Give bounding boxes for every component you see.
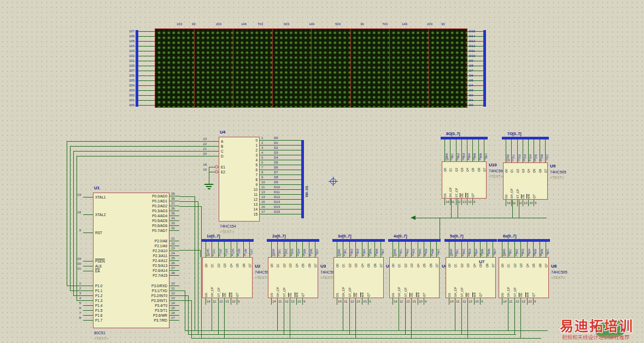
pin-name: XTAL2 [95,212,127,218]
display-column-net-label: 146 [402,22,414,27]
wire-arrow-icon [411,216,415,220]
wire [517,200,518,206]
pin-number: 7 [315,253,321,258]
pin-number: 6 [487,253,493,258]
pin-name: Q0 [336,259,339,268]
pin-name: MR [526,282,530,297]
pin-name: P2.7/A15 [136,273,167,278]
wire [77,156,219,156]
pin-number: 1 [278,253,283,258]
pin-name: Q6 [538,259,542,268]
u4-ref: U4 [220,130,242,135]
wire [508,298,508,330]
wire [83,197,93,197]
pin-name: ST_CP [513,282,517,297]
pin-name: EA [95,269,127,274]
wire [179,295,188,296]
pin-name: Q1 [449,163,453,172]
wire [514,298,515,334]
wire [512,200,513,218]
pin-name: RST [95,230,127,236]
pin-name: Q0 [204,259,208,268]
pin-number: 2 [284,253,290,258]
wire [138,41,155,42]
wire [191,338,541,339]
pin-number: 19 [197,167,207,173]
wire [534,200,534,206]
pin-number: 7 [250,253,255,258]
bus-name-label: 3o[0..7] [338,234,365,239]
wire [179,290,185,291]
pin-number: 9 [473,200,480,205]
origin-marker [330,178,336,184]
net-label: 806 [479,141,482,158]
wire [179,250,200,251]
watermark-title: 易迪拓培训 [560,315,634,335]
output-bus[interactable] [388,239,441,242]
wire [138,61,155,61]
pin-name: XTAL1 [95,195,127,200]
pin-number: 3 [290,253,296,258]
display-column-net-label: 30 [360,22,372,27]
wire [224,298,225,338]
wire [520,298,521,338]
wire [506,200,506,206]
net-label: 700 [506,141,510,159]
display-column-net-label: 93 [192,22,204,27]
pin-number: 1 [455,253,461,258]
pin-name: Q7' [423,282,426,297]
pin-name: Q7' [236,282,239,297]
wire [337,298,337,305]
u4-value: 74HC154 [220,224,253,229]
pin-name: Q4 [361,259,365,268]
wire [450,199,450,205]
display-row-net-label: 200 [117,103,134,108]
display-column-net-label: 103 [177,22,189,27]
pin-number: 5 [237,253,243,258]
output-bus[interactable] [444,239,497,242]
pin-name: Q7' [471,182,475,197]
pin-number: 15 [272,253,277,258]
wire [138,105,155,106]
wire [138,100,155,101]
display-right-bus[interactable] [483,30,486,107]
output-bus[interactable] [201,239,254,242]
pin-name: Q2 [404,259,408,268]
pin-name: DS [391,282,395,297]
pin-number: 32 [171,226,180,231]
display-column-net-label: 146 [241,22,253,27]
pin-name: Q7 [545,259,548,268]
pin-name: SH_CP [510,183,514,199]
output-bus[interactable] [502,137,549,139]
pin-number: 28 [171,271,180,276]
wire [83,266,93,266]
pin-name: MR [527,183,531,199]
wire [83,214,93,215]
wire [519,200,519,218]
wire [83,320,93,321]
pin-name: DS [204,282,208,297]
wire [440,218,440,239]
pin-name: OE [522,183,525,199]
wire [206,186,212,187]
pin-number: 5 [368,253,374,258]
display-column-net-label: 503 [335,22,347,27]
pin-name: Q1 [210,259,214,268]
wire [138,66,155,66]
output-bus[interactable] [267,239,319,242]
pin-name: Q3 [519,259,523,268]
decoder-output-bus[interactable] [301,140,304,218]
pin-number: 6 [540,253,546,258]
output-bus[interactable] [497,239,550,242]
pin-number: 2 [350,253,355,258]
pin-name: DS [505,183,508,199]
output-bus[interactable] [441,137,488,139]
pin-name: ST_CP [460,282,464,297]
pin-name: OE [519,282,523,297]
pin-number: 6 [431,253,436,258]
net-label: 801 [450,141,454,158]
wire [533,298,534,305]
pin-name: Q5 [532,259,536,268]
output-bus[interactable] [332,239,385,242]
wire [138,85,155,86]
